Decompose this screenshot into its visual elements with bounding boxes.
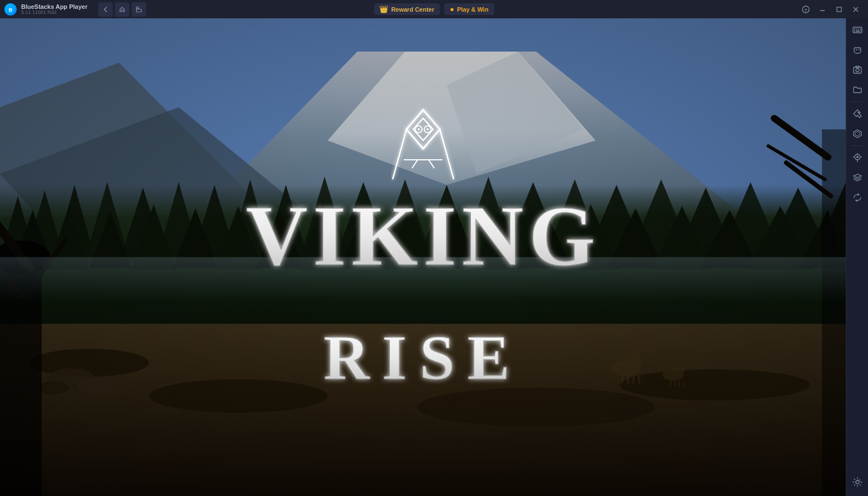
back-button[interactable]: [98, 2, 113, 17]
sync-icon-btn[interactable]: [848, 188, 867, 207]
svg-marker-130: [854, 130, 861, 138]
minimize-button[interactable]: [815, 2, 830, 17]
svg-point-133: [856, 156, 859, 158]
svg-rect-116: [856, 29, 857, 30]
home-button[interactable]: [115, 2, 129, 17]
svg-rect-3: [137, 9, 142, 12]
folder-icon-btn[interactable]: [848, 80, 867, 99]
reward-center-button[interactable]: 👑 Reward Center: [374, 3, 440, 15]
svg-rect-118: [860, 29, 861, 30]
svg-point-129: [857, 112, 859, 114]
svg-rect-101: [0, 18, 846, 496]
sidebar-divider-1: [851, 102, 864, 102]
svg-rect-126: [854, 67, 861, 73]
booster-icon-btn[interactable]: [848, 104, 867, 123]
app-info: BlueStacks App Player 5.11.11001 N32: [21, 3, 87, 15]
svg-rect-2: [137, 7, 139, 8]
svg-point-125: [859, 49, 860, 50]
titlebar-nav: [98, 2, 146, 17]
game-area[interactable]: VIKING RISE: [0, 18, 846, 496]
crown-icon: 👑: [379, 5, 388, 13]
svg-rect-115: [854, 29, 855, 30]
svg-point-124: [858, 49, 859, 50]
main-content: VIKING RISE: [0, 18, 868, 496]
svg-point-127: [856, 69, 859, 72]
svg-rect-121: [860, 31, 861, 32]
sidebar-divider-2: [851, 145, 864, 146]
location-icon-btn[interactable]: [848, 148, 867, 167]
svg-rect-114: [853, 27, 862, 33]
svg-rect-120: [856, 31, 860, 32]
macros-icon-btn[interactable]: [848, 124, 867, 143]
play-win-button[interactable]: ● Play & Win: [444, 3, 494, 15]
game-background: VIKING RISE: [0, 18, 846, 496]
svg-text:?: ?: [805, 8, 807, 13]
svg-point-138: [856, 480, 859, 484]
screenshot-icon-btn[interactable]: [848, 60, 867, 79]
keyboard-icon-btn[interactable]: [848, 21, 867, 39]
app-logo: B: [4, 3, 17, 16]
svg-marker-131: [855, 131, 860, 136]
titlebar: B BlueStacks App Player 5.11.11001 N32: [0, 0, 868, 18]
settings-icon-btn[interactable]: [848, 473, 867, 492]
app-version: 5.11.11001 N32: [21, 10, 87, 15]
close-button[interactable]: [848, 2, 864, 17]
titlebar-right: ?: [798, 2, 864, 17]
titlebar-left: B BlueStacks App Player 5.11.11001 N32: [4, 2, 146, 17]
gamepad-icon-btn[interactable]: [848, 41, 867, 59]
svg-text:B: B: [9, 7, 13, 13]
reward-center-label: Reward Center: [391, 6, 434, 13]
maximize-button[interactable]: [831, 2, 847, 17]
files-button[interactable]: [132, 2, 146, 17]
svg-rect-7: [837, 7, 841, 12]
titlebar-center: 👑 Reward Center ● Play & Win: [374, 3, 494, 15]
layers-icon-btn[interactable]: [848, 168, 867, 187]
play-win-label: Play & Win: [457, 6, 489, 13]
help-button[interactable]: ?: [798, 2, 814, 17]
play-icon: ●: [450, 5, 454, 13]
svg-rect-119: [854, 31, 855, 32]
right-sidebar: [846, 18, 868, 496]
svg-rect-117: [858, 29, 859, 30]
